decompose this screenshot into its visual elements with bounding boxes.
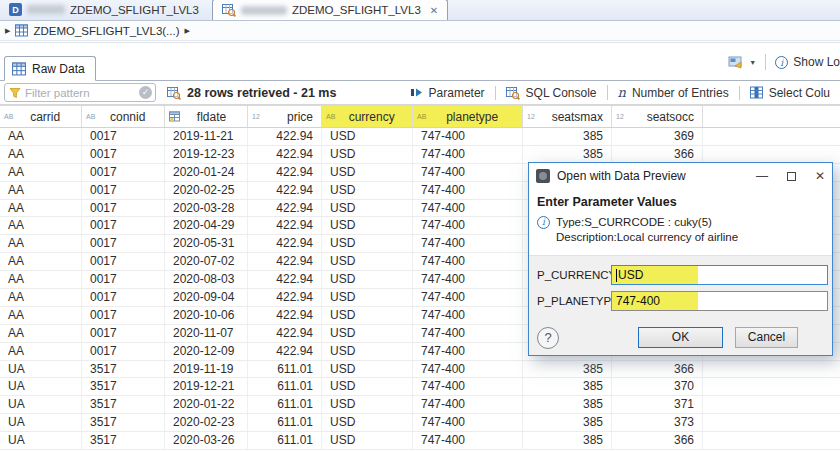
chevron-down-icon[interactable]: ▼ — [749, 59, 756, 66]
filter-pattern-input[interactable] — [25, 87, 135, 99]
cell-price: 422.94 — [248, 200, 322, 217]
cell-currency: USD — [322, 235, 413, 252]
column-label: currency — [335, 110, 408, 124]
char-type-icon: AB — [417, 113, 426, 120]
cell-planetype: 747-400 — [413, 271, 523, 288]
cell-carrid: UA — [0, 396, 82, 413]
cell-planetype: 747-400 — [413, 128, 523, 145]
p-planetype-value: 747-400 — [616, 294, 660, 308]
cell-planetype: 747-400 — [413, 253, 523, 270]
cell-currency: USD — [322, 253, 413, 270]
cell-seatsmax: 385 — [523, 378, 612, 395]
cell-fldate: 2020-03-26 — [165, 432, 248, 449]
info-type-line: Type:S_CURRCODE : cuky(5) — [556, 216, 712, 228]
table-row[interactable]: UA35172020-01-22611.01USD747-400385371 — [0, 396, 840, 414]
number-of-entries-button[interactable]: n Number of Entries — [607, 85, 739, 100]
cell-currency: USD — [322, 307, 413, 324]
help-button[interactable]: ? — [537, 327, 559, 349]
text-caret — [616, 269, 617, 282]
maximize-icon[interactable] — [787, 172, 796, 181]
cell-currency: USD — [322, 146, 413, 163]
cell-fldate: 2020-04-29 — [165, 217, 248, 234]
table-row[interactable]: UA35172019-11-19611.01USD747-400385366 — [0, 361, 840, 379]
cell-price: 422.94 — [248, 289, 322, 306]
cell-carrid: AA — [0, 128, 82, 145]
cell-seatsocc: 366 — [612, 432, 703, 449]
cell-price: 611.01 — [248, 414, 322, 431]
dialog-icon — [536, 169, 550, 183]
info-icon: i — [537, 216, 550, 229]
cell-currency: USD — [322, 396, 413, 413]
cell-currency: USD — [322, 432, 413, 449]
export-icon[interactable] — [728, 55, 744, 69]
cell-planetype: 747-400 — [413, 343, 523, 360]
cell-connid: 3517 — [82, 378, 165, 395]
tab-raw-data[interactable]: Raw Data — [4, 56, 96, 81]
close-icon[interactable]: ✕ — [430, 5, 438, 16]
cell-planetype: 747-400 — [413, 432, 523, 449]
cell-price: 422.94 — [248, 128, 322, 145]
column-header-carrid[interactable]: ABcarrid — [0, 106, 82, 127]
cell-carrid: AA — [0, 253, 82, 270]
column-header-connid[interactable]: ABconnid — [82, 106, 165, 127]
table-row[interactable]: UA35172020-03-26611.01USD747-400385366 — [0, 432, 840, 450]
cell-planetype: 747-400 — [413, 378, 523, 395]
p-currency-value: USD — [618, 268, 643, 282]
number-of-entries-icon: n — [618, 85, 626, 100]
column-header-currency[interactable]: ABcurrency — [322, 106, 413, 127]
table-row[interactable]: UA35172020-02-23611.01USD747-400385373 — [0, 414, 840, 432]
sql-console-button[interactable]: SQL Console — [495, 86, 607, 100]
ok-button[interactable]: OK — [638, 327, 723, 348]
numeric-type-icon: 12 — [527, 113, 535, 120]
cell-fldate: 2020-02-25 — [165, 182, 248, 199]
cell-fldate: 2020-09-04 — [165, 289, 248, 306]
parameter-button[interactable]: Parameter — [400, 86, 495, 100]
table-row[interactable]: UA35172019-12-21611.01USD747-400385370 — [0, 378, 840, 396]
chevron-right-icon[interactable]: ▶ — [5, 27, 10, 35]
cell-carrid: AA — [0, 146, 82, 163]
column-header-planetype[interactable]: ABplanetype — [413, 106, 523, 127]
cell-price: 422.94 — [248, 253, 322, 270]
column-header-price[interactable]: 12price — [248, 106, 322, 127]
editor-tab-data-preview[interactable]: ZDEMO_SFLIGHT_LVL3 ✕ — [212, 0, 448, 20]
cell-connid: 0017 — [82, 343, 165, 360]
cell-currency: USD — [322, 361, 413, 378]
check-icon[interactable]: ✓ — [139, 86, 152, 99]
column-header-fldate[interactable]: fldate — [165, 106, 248, 127]
p-planetype-input[interactable]: 747-400 — [611, 291, 828, 311]
breadcrumb-label[interactable]: ZDEMO_SFLIGHT_LVL3(...) — [33, 25, 179, 37]
show-log-label[interactable]: Show Lo — [793, 55, 840, 69]
table-row[interactable]: AA00172019-11-21422.94USD747-400385369 — [0, 128, 840, 146]
char-type-icon: AB — [326, 113, 335, 120]
divider — [0, 42, 840, 43]
cell-carrid: AA — [0, 271, 82, 288]
cell-seatsocc: 373 — [612, 414, 703, 431]
close-icon[interactable]: ✕ — [815, 169, 825, 183]
column-header-seatsmax[interactable]: 12seatsmax — [523, 106, 612, 127]
cell-planetype: 747-400 — [413, 146, 523, 163]
cell-connid: 0017 — [82, 307, 165, 324]
cell-seatsocc: 371 — [612, 396, 703, 413]
dialog-title-bar[interactable]: Open with Data Preview — ✕ — [529, 163, 832, 189]
editor-tab-ddl[interactable]: D ZDEMO_SFLIGHT_LVL3 — [0, 0, 208, 20]
cancel-button[interactable]: Cancel — [735, 327, 798, 348]
cell-carrid: AA — [0, 182, 82, 199]
cell-fldate: 2019-12-21 — [165, 378, 248, 395]
cell-connid: 0017 — [82, 146, 165, 163]
column-header-seatsocc[interactable]: 12seatsocc — [612, 106, 703, 127]
cell-connid: 0017 — [82, 325, 165, 342]
cell-seatsocc: 366 — [612, 361, 703, 378]
cell-planetype: 747-400 — [413, 325, 523, 342]
cell-connid: 0017 — [82, 200, 165, 217]
data-preview-icon — [222, 3, 236, 17]
p-currency-input[interactable]: USD — [611, 265, 828, 285]
chevron-right-icon[interactable]: ▶ — [185, 27, 190, 35]
toolbar-actions: Parameter SQL Console n Number of Entrie… — [400, 85, 840, 100]
column-label: seatsocc — [624, 110, 698, 124]
select-columns-label: Select Colu — [769, 86, 830, 100]
table-header: ABcarridABconnidfldate12priceABcurrencyA… — [0, 105, 840, 128]
cell-price: 422.94 — [248, 235, 322, 252]
minimize-icon[interactable]: — — [756, 171, 768, 181]
cell-currency: USD — [322, 414, 413, 431]
select-columns-button[interactable]: Select Colu — [739, 86, 840, 100]
